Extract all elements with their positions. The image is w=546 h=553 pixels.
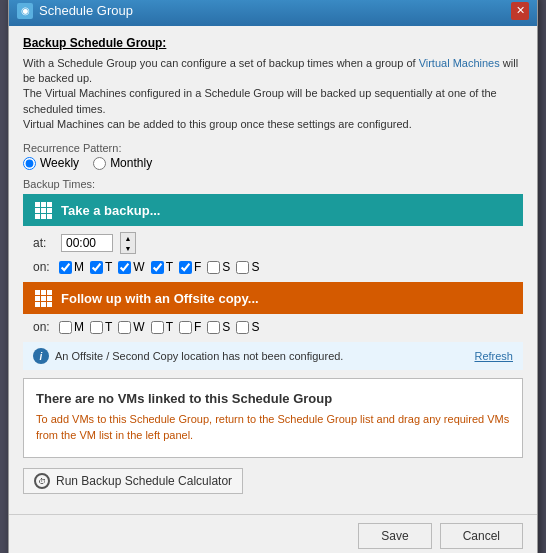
close-button[interactable]: ✕ xyxy=(511,2,529,20)
offsite-day-M[interactable]: M xyxy=(59,320,84,334)
main-window: ◉ Schedule Group ✕ Backup Schedule Group… xyxy=(8,0,538,553)
info-message: An Offsite / Second Copy location has no… xyxy=(55,350,468,362)
clock-icon: ⏱ xyxy=(34,473,50,489)
calculator-button[interactable]: ⏱ Run Backup Schedule Calculator xyxy=(23,468,243,494)
vm-box: There are no VMs linked to this Schedule… xyxy=(23,378,523,458)
desc-line1: With a Schedule Group you can configure … xyxy=(23,57,518,84)
take-backup-label: Take a backup... xyxy=(61,203,160,218)
offsite-day-T[interactable]: T xyxy=(90,320,112,334)
info-row: i An Offsite / Second Copy location has … xyxy=(23,342,523,370)
refresh-link[interactable]: Refresh xyxy=(474,350,513,362)
day-T1[interactable]: T xyxy=(90,260,112,274)
monthly-label: Monthly xyxy=(110,156,152,170)
weekly-label: Weekly xyxy=(40,156,79,170)
section-heading: Backup Schedule Group: xyxy=(23,36,523,50)
at-label: at: xyxy=(33,236,53,250)
spinner-up[interactable]: ▲ xyxy=(121,233,135,243)
title-bar: ◉ Schedule Group ✕ xyxy=(9,0,537,26)
day-S1[interactable]: S xyxy=(207,260,230,274)
offsite-label: Follow up with an Offsite copy... xyxy=(61,291,259,306)
desc-line3: Virtual Machines can be added to this gr… xyxy=(23,118,412,130)
offsite-icon xyxy=(33,288,53,308)
footer: Save Cancel xyxy=(9,514,537,553)
day-F1[interactable]: F xyxy=(179,260,201,274)
backup-times-label: Backup Times: xyxy=(23,178,523,190)
offsite-day-F[interactable]: F xyxy=(179,320,201,334)
offsite-day-S2[interactable]: S xyxy=(236,320,259,334)
time-input[interactable] xyxy=(61,234,113,252)
recurrence-group: Weekly Monthly xyxy=(23,156,523,170)
radio-weekly[interactable]: Weekly xyxy=(23,156,79,170)
vm-box-description: To add VMs to this Schedule Group, retur… xyxy=(36,412,510,443)
time-row: at: ▲ ▼ xyxy=(33,232,523,254)
app-icon: ◉ xyxy=(17,3,33,19)
save-button[interactable]: Save xyxy=(358,523,431,549)
recurrence-label: Recurrence Pattern: xyxy=(23,142,523,154)
day-T2[interactable]: T xyxy=(151,260,173,274)
calculator-label: Run Backup Schedule Calculator xyxy=(56,474,232,488)
content-area: Backup Schedule Group: With a Schedule G… xyxy=(9,26,537,515)
desc-line2: The Virtual Machines configured in a Sch… xyxy=(23,87,497,114)
take-backup-days-row: on: M T W T F S S xyxy=(33,260,523,274)
day-M1[interactable]: M xyxy=(59,260,84,274)
on-label-take: on: xyxy=(33,260,53,274)
spinner-down[interactable]: ▼ xyxy=(121,243,135,253)
offsite-day-T2[interactable]: T xyxy=(151,320,173,334)
take-backup-icon xyxy=(33,200,53,220)
info-icon: i xyxy=(33,348,49,364)
day-S2[interactable]: S xyxy=(236,260,259,274)
on-label-offsite: on: xyxy=(33,320,53,334)
offsite-bar: Follow up with an Offsite copy... xyxy=(23,282,523,314)
offsite-day-W[interactable]: W xyxy=(118,320,144,334)
time-spinner[interactable]: ▲ ▼ xyxy=(120,232,136,254)
day-W1[interactable]: W xyxy=(118,260,144,274)
offsite-day-S[interactable]: S xyxy=(207,320,230,334)
description: With a Schedule Group you can configure … xyxy=(23,56,523,133)
offsite-days-row: on: M T W T F S S xyxy=(33,320,523,334)
take-backup-bar: Take a backup... xyxy=(23,194,523,226)
window-title: Schedule Group xyxy=(39,3,133,18)
vm-box-title: There are no VMs linked to this Schedule… xyxy=(36,391,510,406)
radio-monthly[interactable]: Monthly xyxy=(93,156,152,170)
cancel-button[interactable]: Cancel xyxy=(440,523,523,549)
